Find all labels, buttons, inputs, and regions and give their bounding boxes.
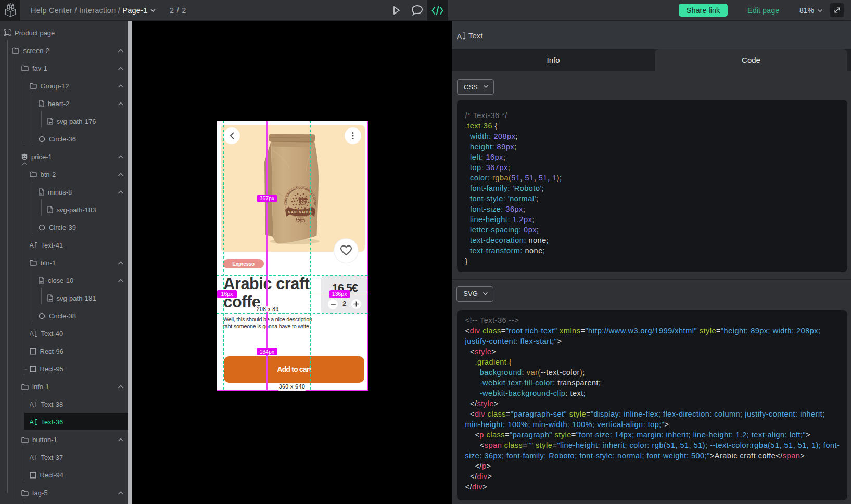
svg-text:A: A — [30, 419, 34, 425]
svg-text:A: A — [457, 32, 462, 40]
svg-text:A: A — [30, 330, 34, 337]
svg-text:A: A — [30, 454, 34, 461]
svg-text:A: A — [30, 242, 34, 249]
svg-text:NABI NAHUB: NABI NAHUB — [288, 210, 312, 214]
svg-text:A: A — [30, 401, 34, 408]
